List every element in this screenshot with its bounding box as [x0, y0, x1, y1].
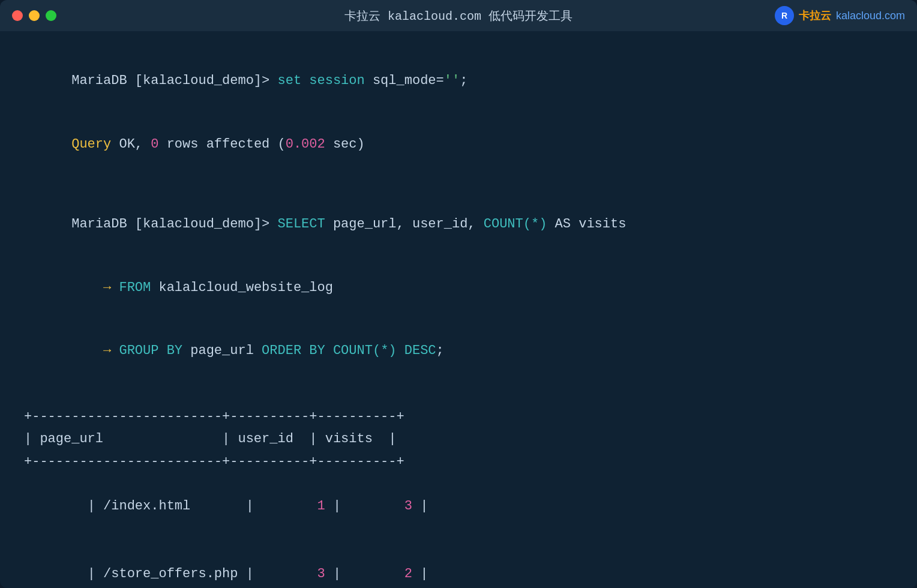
blank-2	[24, 383, 893, 400]
terminal-window: 卡拉云 kalacloud.com 低代码开发工具 R 卡拉云 kalaclou…	[0, 0, 917, 588]
command-line-3: → FROM kalalcloud_website_log	[24, 256, 893, 320]
sec-text-1: sec)	[325, 137, 365, 152]
group-col: page_url	[182, 343, 262, 358]
minimize-button[interactable]	[29, 10, 40, 21]
table-header: | page_url | user_id | visits |	[24, 428, 893, 450]
close-button[interactable]	[12, 10, 23, 21]
title-bar: 卡拉云 kalacloud.com 低代码开发工具 R 卡拉云 kalaclou…	[0, 0, 917, 31]
command-line-4: → GROUP BY page_url ORDER BY COUNT(*) DE…	[24, 319, 893, 383]
space-2	[397, 343, 404, 358]
result-table: +------------------------+----------+---…	[24, 406, 893, 588]
logo-domain: kalacloud.com	[836, 10, 905, 22]
keyword-desc: DESC	[404, 343, 436, 358]
table-separator-mid: +------------------------+----------+---…	[24, 451, 893, 473]
keyword-order-by: ORDER BY	[262, 343, 325, 358]
time-1: 0.002	[286, 137, 325, 152]
row2-pipe1: |	[88, 566, 103, 581]
ok-text: OK,	[111, 137, 151, 152]
sql-mode-text: sql_mode=	[365, 73, 444, 88]
terminal-body: MariaDB [kalacloud_demo]> set session sq…	[0, 31, 917, 588]
query-result-1: Query OK, 0 rows affected (0.002 sec)	[24, 113, 893, 176]
row1-userid: 1	[262, 499, 325, 514]
keyword-select: SELECT	[277, 217, 325, 232]
query-keyword: Query	[71, 137, 111, 152]
table-row: | /index.html | 1 | 3 |	[24, 473, 893, 540]
command-line-1: MariaDB [kalacloud_demo]> set session sq…	[24, 49, 893, 113]
keyword-group-by: GROUP BY	[119, 343, 182, 358]
string-value: ''	[444, 73, 460, 88]
row2-pipe4: |	[412, 566, 428, 581]
row2-pipe2: |	[238, 566, 262, 581]
logo-area: R 卡拉云 kalacloud.com	[775, 6, 905, 25]
select-cols: page_url, user_id,	[325, 217, 484, 232]
maximize-button[interactable]	[46, 10, 56, 21]
row1-pipe2: |	[238, 499, 262, 514]
window-title: 卡拉云 kalacloud.com 低代码开发工具	[344, 8, 573, 24]
row-count-0: 0	[151, 137, 158, 152]
prompt-2: MariaDB [kalacloud_demo]>	[71, 217, 277, 232]
space-1	[325, 343, 333, 358]
semicolon-1: ;	[460, 73, 468, 88]
row2-url: /store_offers.php	[103, 566, 238, 581]
table-row: | /store_offers.php | 3 | 2 |	[24, 540, 893, 588]
keyword-set: set session	[277, 73, 364, 88]
traffic-lights	[12, 10, 56, 21]
row2-visits: 2	[349, 566, 412, 581]
logo-icon: R	[775, 6, 794, 25]
table-separator-top: +------------------------+----------+---…	[24, 406, 893, 428]
rows-affected-text: rows affected (	[158, 137, 285, 152]
keyword-from: FROM	[119, 280, 151, 295]
command-line-2: MariaDB [kalacloud_demo]> SELECT page_ur…	[24, 193, 893, 256]
prompt-1: MariaDB [kalacloud_demo]>	[71, 73, 277, 88]
row2-pipe3: |	[325, 566, 349, 581]
semicolon-2: ;	[436, 343, 444, 358]
row1-url: /index.html	[103, 499, 238, 514]
row2-userid: 3	[262, 566, 325, 581]
as-visits: AS visits	[547, 217, 626, 232]
arrow-2: →	[71, 343, 119, 358]
logo-brand: 卡拉云	[799, 8, 831, 23]
row1-pipe1: |	[88, 499, 103, 514]
row1-visits: 3	[349, 499, 412, 514]
count-func-2: COUNT(*)	[333, 343, 397, 358]
arrow-1: →	[71, 280, 119, 295]
table-name: kalalcloud_website_log	[151, 280, 333, 295]
blank-1	[24, 176, 893, 193]
count-func-1: COUNT(*)	[484, 217, 547, 232]
row1-pipe3: |	[325, 499, 349, 514]
row1-pipe4: |	[412, 499, 428, 514]
